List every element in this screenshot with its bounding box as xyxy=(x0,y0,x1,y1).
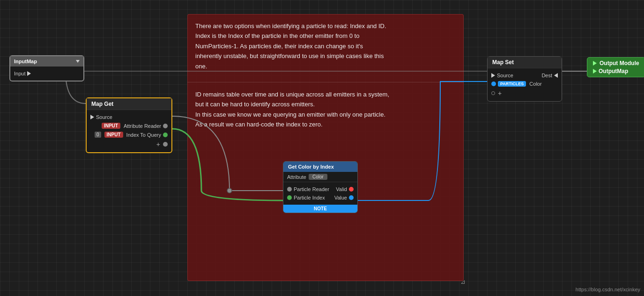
mapget-attribute-row: INPUT Attribute Reader xyxy=(87,121,171,130)
annotation-bottom: ID remains table over time and is unique… xyxy=(190,86,460,133)
mapget-input-badge-idx: INPUT xyxy=(104,132,123,138)
mapset-body: Source Dest PARTICLES Color + xyxy=(488,68,562,101)
inputmap-output-row: Input xyxy=(10,69,83,78)
output-module-node: Output Module OutputMap xyxy=(587,57,644,77)
gcbi-value-pin[interactable] xyxy=(349,195,354,200)
gcbi-attribute-row: Attribute Color xyxy=(283,172,357,182)
mapget-source-pin[interactable] xyxy=(90,115,94,119)
gcbi-particle-reader-row: Particle Reader Valid xyxy=(283,185,357,193)
mapset-dest-label: Dest xyxy=(541,73,552,78)
mapget-source-row: Source xyxy=(87,113,171,121)
mapset-particles-row: PARTICLES Color xyxy=(488,80,562,88)
gcbi-particle-index-pin[interactable] xyxy=(287,195,292,200)
mapget-plus-btn[interactable]: + xyxy=(155,141,161,148)
output-module-title: Output Module xyxy=(600,60,639,67)
gcbi-body: Particle Reader Valid Particle Index Val… xyxy=(283,182,357,205)
gcbi-attribute-label: Attribute xyxy=(287,174,306,180)
mapset-color-label: Color xyxy=(529,81,541,87)
gcbi-header: Get Color by Index xyxy=(283,162,357,172)
gcbi-particle-reader-pin[interactable] xyxy=(287,187,292,192)
gcbi-title: Get Color by Index xyxy=(288,164,334,170)
mapget-index-pin[interactable] xyxy=(163,133,168,137)
mapget-attribute-label: Attribute Reader xyxy=(124,123,161,129)
mapset-node: Map Set Source Dest PARTICLES Color + xyxy=(487,56,562,102)
inputmap-body: Input xyxy=(10,67,83,81)
inputmap-dropdown-icon[interactable] xyxy=(76,60,80,63)
mapset-dest-pin[interactable] xyxy=(554,73,558,78)
mapget-out-pin[interactable] xyxy=(163,142,168,147)
annotation-divider xyxy=(187,82,464,82)
mapget-input-badge-attr: INPUT xyxy=(102,123,120,129)
watermark: https://blog.csdn.net/xcinkey xyxy=(576,287,640,292)
output-module-header: Output Module OutputMap xyxy=(593,60,639,74)
gcbi-node: Get Color by Index Attribute Color Parti… xyxy=(283,161,358,213)
gcbi-valid-label: Valid xyxy=(336,186,347,192)
gcbi-note[interactable]: NOTE xyxy=(283,205,357,213)
gcbi-valid-pin[interactable] xyxy=(349,187,354,192)
mapset-title: Map Set xyxy=(492,59,514,66)
mapget-plus-row: + xyxy=(87,139,171,149)
output-module-in-pin[interactable] xyxy=(593,61,597,66)
inputmap-header: InputMap xyxy=(10,56,83,67)
mapset-plus-btn[interactable]: + xyxy=(497,89,503,97)
mapget-attribute-pin[interactable] xyxy=(163,124,168,128)
mapget-source-label: Source xyxy=(96,114,112,120)
mapget-body: Source INPUT Attribute Reader 0 INPUT In… xyxy=(87,110,171,152)
mapset-source-dest-row: Source Dest xyxy=(488,71,562,80)
inputmap-output-label: Input xyxy=(14,71,25,76)
mapset-circle-pin[interactable] xyxy=(491,91,495,95)
gcbi-particle-index-label: Particle Index xyxy=(294,195,333,200)
mapset-plus-row: + xyxy=(488,88,562,98)
mapget-index-row: 0 INPUT Index To Query xyxy=(87,130,171,139)
gcbi-particle-index-row: Particle Index Value xyxy=(283,193,357,202)
mapset-particles-pin[interactable] xyxy=(491,81,496,86)
mapget-index-value: 0 xyxy=(95,132,101,138)
mapset-header: Map Set xyxy=(488,57,562,68)
output-map-label: OutputMap xyxy=(599,68,628,74)
mapget-node: Map Get Source INPUT Attribute Reader 0 … xyxy=(86,97,172,153)
output-map-pin[interactable] xyxy=(593,69,597,74)
inputmap-node: InputMap Input xyxy=(9,55,84,81)
mapset-particles-badge: PARTICLES xyxy=(498,81,526,87)
mapget-index-label: Index To Query xyxy=(126,132,161,138)
inputmap-title: InputMap xyxy=(14,59,37,64)
inputmap-output-pin[interactable] xyxy=(27,71,31,76)
mapset-source-pin[interactable] xyxy=(491,73,495,78)
mapset-source-label: Source xyxy=(497,73,540,78)
gcbi-value-label: Value xyxy=(334,195,347,200)
mapget-title: Map Get xyxy=(91,101,113,107)
comment-box-resize-handle[interactable]: ⊿ xyxy=(460,279,466,284)
gcbi-particle-reader-label: Particle Reader xyxy=(294,186,334,192)
gcbi-color-value: Color xyxy=(309,174,327,180)
annotation-top: There are two options when identifying a… xyxy=(190,17,460,75)
mapget-header: Map Get xyxy=(87,98,171,110)
